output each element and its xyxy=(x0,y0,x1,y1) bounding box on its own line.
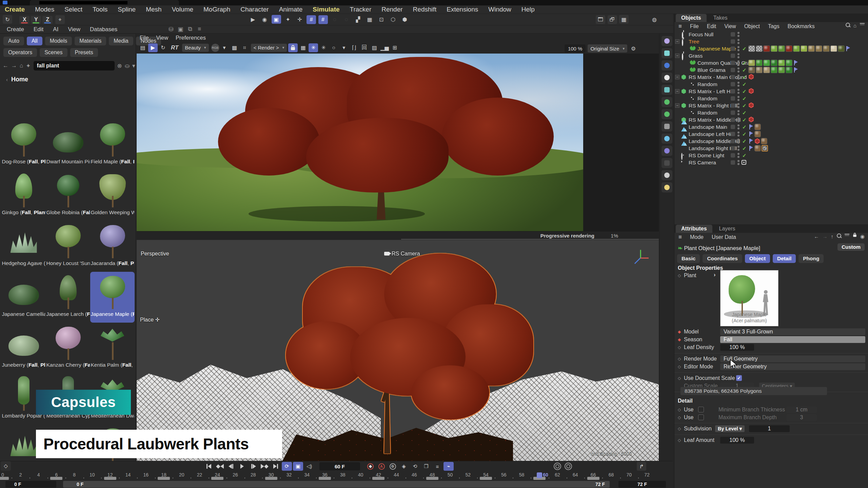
enabled-check-icon[interactable]: ✓ xyxy=(742,109,747,116)
keyframe-selection-button[interactable]: ⌁ xyxy=(443,462,454,471)
visibility-dots-icon[interactable] xyxy=(737,124,740,130)
visibility-dots-icon[interactable] xyxy=(737,46,740,52)
menu-burger-icon[interactable]: ≡ xyxy=(196,26,203,33)
render-settings-icon[interactable]: ◉ xyxy=(260,15,269,24)
material-swatch[interactable] xyxy=(771,60,777,66)
edit-toggle-icon[interactable] xyxy=(731,139,735,143)
param-diamond-icon[interactable]: ◇ xyxy=(678,355,681,363)
redshift-tag-icon[interactable] xyxy=(748,117,754,122)
histogram-icon[interactable]: ▁▅ xyxy=(380,43,389,52)
annotation-flag-icon[interactable] xyxy=(748,124,754,130)
material-swatch[interactable] xyxy=(771,67,777,73)
param-diamond-icon[interactable]: ◇ xyxy=(678,414,681,421)
play-button[interactable] xyxy=(237,462,247,471)
prev-key-button[interactable] xyxy=(215,462,225,471)
use-document-scale-checkbox[interactable]: ✓ xyxy=(736,375,742,381)
next-frame-button[interactable] xyxy=(248,462,258,471)
asset-card-golden-weeping-willo-[interactable]: Golden Weeping Willo... xyxy=(90,170,135,221)
material-swatch[interactable] xyxy=(763,60,770,66)
filter-all[interactable]: All xyxy=(27,37,42,45)
material-swatch[interactable] xyxy=(793,45,800,52)
param-diamond-icon[interactable]: ◇ xyxy=(678,406,681,413)
asset-card-japanese-larch[interactable]: Japanese Larch (Fall, Pl... xyxy=(46,272,90,323)
target-icon[interactable]: ◉ xyxy=(860,233,865,240)
loop-playback-button[interactable]: ⟳ xyxy=(282,462,292,471)
snapshot-g-icon[interactable]: ✳ xyxy=(319,43,328,52)
rv-menu-view[interactable]: View xyxy=(156,35,168,41)
menu-simulate[interactable]: Simulate xyxy=(313,6,339,13)
axis-x-button[interactable]: X xyxy=(19,16,29,24)
goto-end-button[interactable] xyxy=(271,462,281,471)
camera-label[interactable]: RS Camera xyxy=(384,251,420,257)
crop-icon[interactable]: ⌗ xyxy=(240,43,250,52)
object-row-rs-matrix-middle-hill[interactable]: RS Matrix - Middle Hill✓ xyxy=(674,116,868,123)
model-dropdown[interactable]: Variant 3 Full-Grown xyxy=(720,328,865,335)
ab-menu-edit[interactable]: Edit xyxy=(34,26,43,33)
material-swatch[interactable] xyxy=(763,45,770,52)
filter-media[interactable]: Media xyxy=(109,37,133,45)
record-keyframe-button[interactable] xyxy=(365,462,375,471)
material-swatch[interactable] xyxy=(815,45,822,52)
snap-grid-icon[interactable]: # xyxy=(307,15,316,24)
attr-tab-basic[interactable]: Basic xyxy=(677,254,700,263)
annotation-flag-icon[interactable] xyxy=(748,138,754,144)
keyframe-corner-icon[interactable]: ◇ xyxy=(1,461,11,471)
filter-icon[interactable] xyxy=(845,233,849,238)
editor-viewport[interactable]: Perspective RS Camera Place ✛ ond Spacin… xyxy=(137,240,659,461)
tab-layers[interactable]: Layers xyxy=(714,225,741,233)
filter-materials[interactable]: Materials xyxy=(75,37,106,45)
camera-tool-icon[interactable] xyxy=(662,170,672,180)
solo-camera-icon[interactable] xyxy=(565,463,572,470)
region-icon[interactable]: 回 xyxy=(359,43,369,52)
redshift-tag-icon[interactable] xyxy=(754,138,760,144)
keyframe-settings-button[interactable]: ⚙ xyxy=(388,462,398,471)
edit-toggle-icon[interactable] xyxy=(731,54,735,58)
enabled-check-icon[interactable]: ✓ xyxy=(742,45,747,52)
material-swatch[interactable] xyxy=(838,45,845,52)
place-tool-label[interactable]: Place ✛ xyxy=(140,317,160,323)
add-frame-icon[interactable]: ⊞ xyxy=(390,43,399,52)
plant-expand-arrow[interactable]: › xyxy=(714,272,715,278)
render-view-icon[interactable]: ▶ xyxy=(248,15,258,24)
use-max-branch-checkbox[interactable] xyxy=(698,414,704,420)
realtime-label[interactable]: RT xyxy=(171,44,178,51)
menu-character[interactable]: Character xyxy=(240,6,269,13)
attr-menu-user-data[interactable]: User Data xyxy=(712,234,736,240)
visibility-dots-icon[interactable] xyxy=(737,146,740,151)
visibility-dots-icon[interactable] xyxy=(737,139,740,144)
menu-modes[interactable]: Modes xyxy=(35,6,54,13)
object-row-rs-camera[interactable]: RS Camera xyxy=(674,159,868,166)
visibility-dots-icon[interactable] xyxy=(737,103,740,108)
object-row-landscape-right-hill[interactable]: Landscape Right Hill✓ xyxy=(674,145,868,152)
spline-tool-icon[interactable] xyxy=(662,134,672,144)
menu-extensions[interactable]: Extensions xyxy=(447,6,478,13)
playhead[interactable] xyxy=(537,472,542,478)
leaf-density-field[interactable]: 100 % xyxy=(720,344,754,351)
coordinate-system-icon[interactable]: ⌖ xyxy=(55,15,65,24)
edit-toggle-icon[interactable] xyxy=(731,125,735,129)
key-rotation-button[interactable]: ⟲ xyxy=(410,462,420,471)
subdivision-field[interactable]: 1 xyxy=(749,425,790,432)
annotation-flag-icon[interactable] xyxy=(748,145,754,151)
menu-tools[interactable]: Tools xyxy=(93,6,107,13)
chevron-down-icon[interactable]: ▾ xyxy=(132,62,135,69)
zoom-percent-field[interactable]: 100 % xyxy=(565,44,586,53)
material-tool-icon[interactable] xyxy=(662,158,672,168)
sparkle-icon[interactable]: ✦ xyxy=(26,62,31,69)
lock-icon[interactable] xyxy=(853,235,856,237)
timeline-ruler[interactable]: 0246810121416182022242628303234363840424… xyxy=(3,472,647,481)
param-diamond-icon[interactable]: ◇ xyxy=(678,436,681,444)
leaf-amount-field[interactable]: 100 % xyxy=(720,437,754,444)
material-swatch[interactable] xyxy=(786,67,792,73)
focus-brackets-icon[interactable]: ⌈⌋ xyxy=(349,43,359,52)
material-swatch[interactable] xyxy=(761,138,767,144)
layout-grid-icon[interactable]: ▦ xyxy=(619,15,629,24)
tab-attributes[interactable]: Attributes xyxy=(676,225,712,233)
attr-tab-detail[interactable]: Detail xyxy=(773,254,796,263)
enabled-check-icon[interactable]: ✓ xyxy=(742,152,747,159)
material-swatch[interactable] xyxy=(771,45,777,52)
magic-solo-icon[interactable]: ✦ xyxy=(283,15,293,24)
visibility-dots-icon[interactable] xyxy=(737,60,740,66)
object-row-random[interactable]: Random✓ xyxy=(674,81,868,88)
material-swatch[interactable] xyxy=(823,45,830,52)
